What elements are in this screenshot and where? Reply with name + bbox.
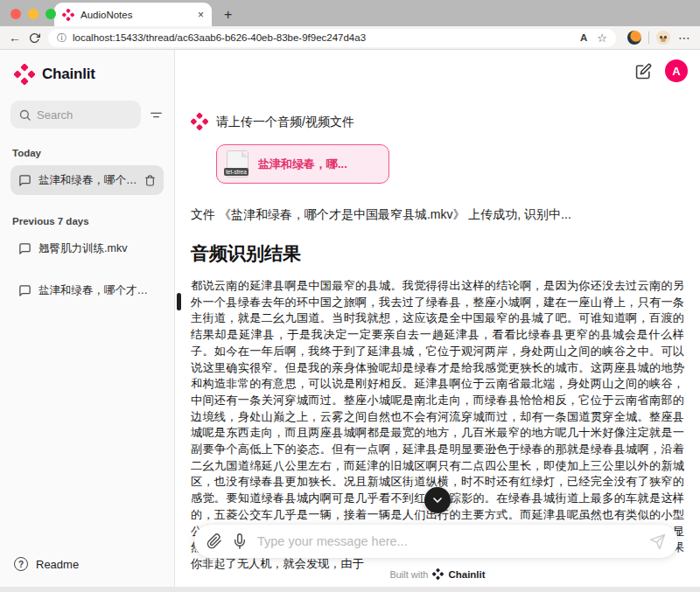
- attach-file-icon[interactable]: [206, 533, 222, 549]
- help-icon: ?: [14, 557, 28, 571]
- chat-bubble-icon: [18, 174, 32, 187]
- file-icon: tet-strea: [227, 150, 248, 178]
- section-label-previous: Previous 7 days: [12, 216, 162, 226]
- microphone-icon[interactable]: [232, 533, 248, 549]
- chainlit-footer-logo-icon: [432, 568, 444, 580]
- readme-label: Readme: [36, 558, 79, 571]
- read-aloud-icon[interactable]: A: [580, 32, 587, 43]
- close-tab-icon[interactable]: ×: [198, 9, 204, 21]
- browser-menu-button[interactable]: ⋯: [678, 31, 691, 45]
- site-info-icon[interactable]: ⓘ: [57, 31, 66, 45]
- address-bar[interactable]: ⓘ localhost:15433/thread/ac63aab6-b626-4…: [48, 29, 616, 47]
- sidebar: Chainlit Today: [0, 50, 175, 587]
- footer-brand: Chainlit: [448, 569, 485, 580]
- extension-pet-icon[interactable]: [656, 31, 670, 45]
- assistant-avatar-icon: [191, 113, 208, 130]
- sidebar-item-thread-current[interactable]: 盐津和绿春，哪个才是中...: [10, 165, 164, 195]
- upload-status-text: 文件 《盐津和绿春，哪个才是中国最窄县城.mkv》 上传成功, 识别中...: [191, 207, 684, 223]
- tab-title: AudioNotes: [80, 10, 192, 20]
- uploaded-file-card[interactable]: tet-strea 盐津和绿春，哪...: [216, 144, 389, 184]
- sidebar-resize-handle[interactable]: [177, 293, 181, 310]
- filter-icon[interactable]: [149, 108, 164, 122]
- new-chat-icon[interactable]: [635, 63, 652, 80]
- thread-title: 盐津和绿春，哪个才是中...: [38, 173, 137, 188]
- browser-tab-audionotes[interactable]: AudioNotes ×: [54, 3, 212, 26]
- audionotes-app: Chainlit Today: [0, 50, 700, 587]
- chat-bubble-icon: [18, 284, 32, 297]
- browser-navbar: ← ⓘ localhost:15433/thread/ac63aab6-b626…: [0, 26, 700, 50]
- divider: [648, 31, 649, 44]
- search-box[interactable]: [10, 101, 141, 129]
- browser-tabstrip: AudioNotes × +: [0, 0, 700, 26]
- url-text: localhost:15433/thread/ac63aab6-b626-40e…: [73, 32, 574, 43]
- search-icon: [18, 108, 32, 122]
- chainlit-favicon-icon: [62, 9, 74, 21]
- message-input[interactable]: [257, 534, 640, 548]
- message-composer[interactable]: [194, 525, 678, 558]
- main-area: A 请上传一个音频/视频文件 tet-strea 盐津和绿春，: [175, 50, 700, 587]
- brand: Chainlit: [14, 64, 164, 85]
- chat-bubble-icon: [18, 242, 32, 255]
- minimize-window-button[interactable]: [28, 9, 38, 19]
- search-input[interactable]: [37, 108, 133, 122]
- delete-thread-icon[interactable]: [144, 175, 156, 186]
- result-heading: 音频识别结果: [191, 241, 684, 266]
- built-with-label: Built with: [389, 569, 428, 580]
- file-type-badge: tet-strea: [224, 168, 248, 176]
- extension-icon[interactable]: [627, 31, 641, 45]
- user-avatar[interactable]: A: [665, 59, 688, 82]
- close-window-button[interactable]: [10, 9, 21, 19]
- readme-link[interactable]: ? Readme: [10, 554, 164, 575]
- sidebar-item-thread[interactable]: 盐津和绿春，哪个才是中国...: [10, 275, 164, 305]
- extensions-area: [624, 31, 670, 45]
- chainlit-logo-icon: [14, 64, 35, 85]
- brand-name: Chainlit: [42, 66, 95, 83]
- reload-button[interactable]: [29, 32, 40, 44]
- send-icon[interactable]: [649, 533, 666, 550]
- section-label-today: Today: [12, 148, 162, 158]
- traffic-lights: [10, 9, 56, 19]
- scroll-to-bottom-button[interactable]: [424, 487, 451, 513]
- back-button[interactable]: ←: [9, 31, 21, 45]
- zoom-window-button[interactable]: [46, 9, 56, 19]
- window-bottom-edge: [0, 587, 700, 592]
- sidebar-item-thread[interactable]: 翘臀肌力训练.mkv: [10, 233, 164, 263]
- thread-title: 翘臀肌力训练.mkv: [38, 241, 156, 256]
- thread-title: 盐津和绿春，哪个才是中国...: [38, 283, 156, 298]
- assistant-message: 请上传一个音频/视频文件: [191, 113, 684, 130]
- file-name: 盐津和绿春，哪...: [258, 157, 347, 172]
- new-tab-button[interactable]: +: [224, 8, 232, 22]
- built-with-footer[interactable]: Built with Chainlit: [175, 568, 700, 580]
- assistant-prompt-text: 请上传一个音频/视频文件: [216, 113, 354, 130]
- favorite-star-icon[interactable]: ☆: [597, 31, 607, 45]
